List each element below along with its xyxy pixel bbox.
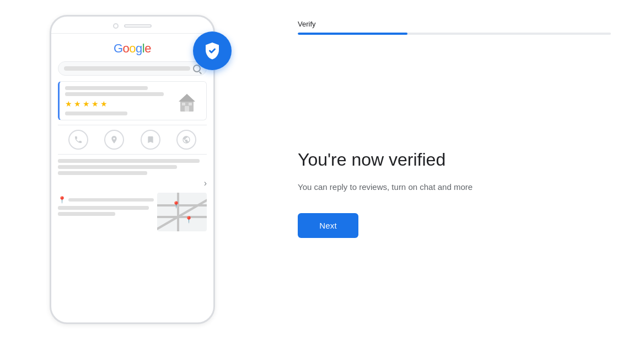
star-5: ★ [100, 99, 108, 108]
bottom-location: 📍 [58, 196, 154, 204]
map-preview: 📍 📍 [157, 193, 207, 231]
phone-icon [74, 135, 83, 144]
star-3: ★ [83, 99, 90, 108]
phone-mockup: Google [50, 15, 215, 324]
svg-rect-2 [185, 106, 189, 112]
svg-rect-3 [182, 103, 185, 105]
logo-o1: o [123, 41, 130, 55]
website-action-icon [176, 130, 196, 150]
directions-action-icon [104, 130, 124, 150]
content-section: You're now verified You can reply to rev… [298, 57, 611, 319]
map-road-v1 [177, 193, 179, 231]
bookmark-icon [146, 135, 155, 144]
phone-speaker [124, 24, 152, 28]
phone-action-icon [68, 130, 88, 150]
map-pin-2: 📍 [185, 216, 193, 224]
map-section-left: 📍 [58, 193, 154, 231]
shield-badge [193, 31, 232, 70]
map-pin-1: 📍 [172, 201, 180, 209]
result-lines [65, 86, 169, 96]
map-road-diagonal [157, 196, 207, 230]
phone-top-bar [51, 17, 213, 34]
action-icons [58, 125, 207, 155]
next-button[interactable]: Next [298, 213, 358, 238]
result-card: ★ ★ ★ ★ ★ [58, 81, 207, 120]
result-line-1 [65, 86, 148, 90]
left-panel: Google [0, 0, 265, 339]
phone-wrapper: Google [39, 9, 226, 330]
svg-marker-1 [179, 94, 195, 102]
directions-icon [110, 135, 119, 144]
logo-g2: g [136, 41, 142, 55]
result-line-3 [65, 112, 127, 115]
location-pin-icon: 📍 [58, 196, 66, 204]
store-content: ★ ★ ★ ★ ★ [65, 86, 169, 115]
progress-bar-fill [298, 33, 407, 35]
logo-o2: o [129, 41, 136, 55]
star-2: ★ [74, 99, 81, 108]
location-line-2 [58, 206, 149, 210]
result-line-2 [65, 92, 164, 96]
map-road-h2 [157, 216, 207, 218]
logo-e: e [144, 41, 151, 55]
star-4: ★ [92, 99, 99, 108]
verified-title: You're now verified [298, 149, 611, 170]
more-line-1 [58, 159, 200, 163]
card-with-store: ★ ★ ★ ★ ★ [65, 86, 201, 115]
stars-row: ★ ★ ★ ★ ★ [65, 99, 169, 108]
arrow-right: › [58, 178, 207, 188]
progress-bar-container [298, 33, 611, 35]
phone-screen: Google [51, 34, 213, 239]
save-action-icon [141, 130, 160, 150]
store-building-icon [175, 89, 199, 114]
shield-verified-icon [202, 41, 222, 61]
more-line-3 [58, 171, 147, 175]
google-logo: Google [58, 41, 207, 56]
progress-section: Verify [298, 20, 611, 35]
search-bar [58, 61, 207, 76]
location-line-3 [58, 212, 115, 216]
step-label: Verify [298, 20, 611, 28]
search-bar-line [64, 66, 190, 71]
more-line-2 [58, 165, 177, 169]
right-panel: Verify You're now verified You can reply… [265, 0, 644, 339]
location-line-1 [68, 198, 154, 202]
star-1: ★ [65, 99, 72, 108]
phone-camera [113, 23, 119, 29]
globe-icon [182, 135, 191, 144]
logo-g: G [114, 41, 123, 55]
map-section: 📍 📍 [58, 193, 207, 231]
verified-subtitle: You can reply to reviews, turn on chat a… [298, 181, 611, 194]
more-lines [58, 159, 207, 175]
svg-rect-4 [189, 103, 192, 105]
store-icon [173, 86, 201, 114]
